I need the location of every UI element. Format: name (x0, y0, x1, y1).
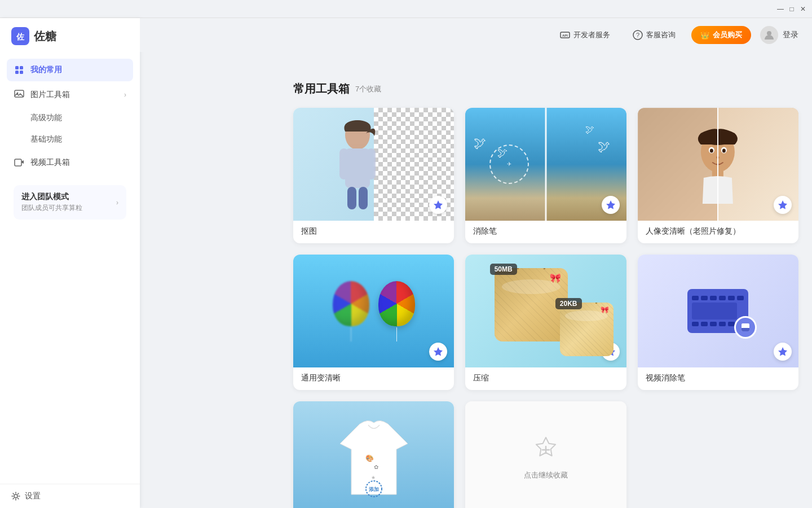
minimize-button[interactable]: — (776, 5, 785, 14)
maximize-button[interactable]: □ (787, 5, 796, 14)
my-tools-icon (14, 64, 25, 76)
eraser-icon-visual (742, 323, 749, 331)
avatar-icon (760, 26, 778, 44)
tool-card-balloon-img (293, 255, 454, 367)
svg-rect-20 (359, 187, 368, 209)
svg-point-27 (722, 149, 726, 153)
right-panel: API 开发者服务 ? 客服咨询 👑 会员购买 登录 (140, 18, 812, 508)
tool-card-tshirt[interactable]: 🎨 ✿ ★ 添加 (293, 401, 454, 508)
dev-service-btn[interactable]: API 开发者服务 (553, 27, 617, 43)
tool-card-compress-img: 🎀 50MB (465, 255, 626, 367)
add-fav-text: 点击继续收藏 (524, 470, 568, 480)
svg-rect-5 (20, 71, 23, 74)
my-tools-label: 我的常用 (30, 65, 62, 75)
svg-text:佐: 佐 (16, 32, 25, 41)
tool-card-tshirt-img: 🎨 ✿ ★ 添加 (293, 401, 454, 508)
svg-point-25 (710, 149, 713, 153)
team-card-sub: 团队成员可共享算粒 (21, 203, 111, 213)
tool-card-cutout[interactable]: 抠图 (293, 108, 454, 243)
tool-card-eraserpen-img: 🕊 🕊 ✈ 🕊 🕊 (465, 108, 626, 221)
svg-point-9 (14, 494, 17, 498)
sidebar-nav: 我的常用 图片工具箱 › 高级功能 基础功能 (0, 54, 140, 484)
section-title-text: 常用工具箱 (293, 81, 350, 97)
tool-card-compress[interactable]: 🎀 50MB (465, 255, 626, 390)
logo-icon: 佐 (11, 27, 29, 45)
tools-grid: 抠图 🕊 🕊 (293, 108, 798, 508)
film-top-holes (692, 296, 744, 300)
svg-rect-4 (15, 71, 19, 74)
advanced-label: 高级功能 (30, 113, 62, 123)
basic-label: 基础功能 (30, 134, 62, 144)
team-card-text: 进入团队模式 团队成员可共享算粒 (21, 192, 111, 213)
svg-rect-17 (339, 148, 348, 179)
dev-service-label: 开发者服务 (573, 30, 610, 40)
team-card-title: 进入团队模式 (21, 192, 111, 202)
settings-icon (11, 492, 20, 501)
svg-rect-2 (15, 66, 19, 69)
app-wrapper: 佐 佐糖 我的常用 图片工具箱 › 高级功能 (0, 18, 812, 508)
customer-service-label: 客服咨询 (646, 30, 676, 40)
tool-card-portrait-img (638, 108, 798, 221)
svg-text:✿: ✿ (374, 464, 378, 470)
add-fav-icon (531, 435, 561, 465)
vip-icon: 👑 (700, 31, 709, 40)
svg-text:添加: 添加 (369, 487, 379, 492)
svg-rect-8 (15, 159, 21, 166)
portrait-label: 人像变清晰（老照片修复） (638, 221, 798, 243)
sidebar-settings[interactable]: 设置 (0, 484, 140, 508)
settings-label: 设置 (25, 491, 41, 501)
tool-card-videoeraser[interactable]: 视频消除笔 (638, 255, 798, 390)
team-mode-card[interactable]: 进入团队模式 团队成员可共享算粒 › (14, 185, 126, 220)
video-toolbox-label: 视频工具箱 (30, 157, 70, 168)
tool-card-cutout-img (293, 108, 454, 221)
header: API 开发者服务 ? 客服咨询 👑 会员购买 登录 (140, 18, 812, 52)
sidebar-item-video-toolbox[interactable]: 视频工具箱 (7, 151, 133, 174)
film-strip-visual (687, 289, 748, 333)
tool-card-portrait[interactable]: 人像变清晰（老照片修复） (638, 108, 798, 243)
videoeraser-label: 视频消除笔 (638, 367, 798, 390)
svg-text:API: API (562, 34, 568, 37)
svg-text:🎨: 🎨 (365, 454, 374, 462)
titlebar: — □ ✕ (0, 0, 812, 18)
tool-card-videoeraser-img (638, 255, 798, 367)
image-toolbox-icon (14, 89, 25, 100)
tool-card-balloon[interactable]: 通用变清晰 (293, 255, 454, 390)
help-icon: ? (633, 30, 643, 40)
compress-label: 压缩 (465, 367, 626, 390)
tool-card-addfav-img: 点击继续收藏 (465, 401, 626, 508)
video-toolbox-icon (14, 157, 25, 168)
login-label: 登录 (783, 30, 798, 40)
cutout-label: 抠图 (293, 221, 454, 243)
eraserpen-label: 消除笔 (465, 221, 626, 243)
vip-label: 会员购买 (713, 30, 742, 40)
svg-text:?: ? (636, 32, 639, 38)
videoeraser-star-badge[interactable] (774, 343, 792, 361)
sidebar-item-my-tools[interactable]: 我的常用 (7, 59, 133, 81)
svg-rect-3 (20, 66, 23, 69)
logo-text: 佐糖 (34, 29, 56, 44)
film-wrapper-visual (687, 289, 748, 333)
sidebar-item-advanced[interactable]: 高级功能 (7, 108, 133, 128)
tool-card-eraserpen[interactable]: 🕊 🕊 ✈ 🕊 🕊 (465, 108, 626, 243)
eraserpen-star-badge[interactable] (602, 196, 620, 214)
svg-text:★: ★ (371, 475, 376, 480)
customer-service-btn[interactable]: ? 客服咨询 (626, 27, 682, 43)
vip-button[interactable]: 👑 会员购买 (691, 26, 751, 44)
api-icon: API (560, 30, 570, 40)
sidebar: 佐 佐糖 我的常用 图片工具箱 › 高级功能 (0, 18, 140, 508)
image-toolbox-chevron: › (124, 91, 126, 99)
image-toolbox-label: 图片工具箱 (30, 90, 70, 100)
svg-rect-16 (345, 148, 370, 188)
team-card-chevron: › (116, 199, 118, 207)
login-button[interactable]: 登录 (760, 26, 798, 44)
logo-area: 佐 佐糖 (0, 18, 140, 54)
balloon-label: 通用变清晰 (293, 367, 454, 390)
main-scroll-area: 常用工具箱 7个收藏 (280, 70, 812, 508)
tool-card-addfav[interactable]: 点击继续收藏 (465, 401, 626, 508)
close-button[interactable]: ✕ (798, 5, 807, 14)
sidebar-item-image-toolbox[interactable]: 图片工具箱 › (7, 84, 133, 106)
svg-rect-19 (347, 187, 356, 209)
film-body (692, 303, 737, 319)
svg-rect-18 (367, 148, 376, 179)
sidebar-item-basic[interactable]: 基础功能 (7, 130, 133, 149)
